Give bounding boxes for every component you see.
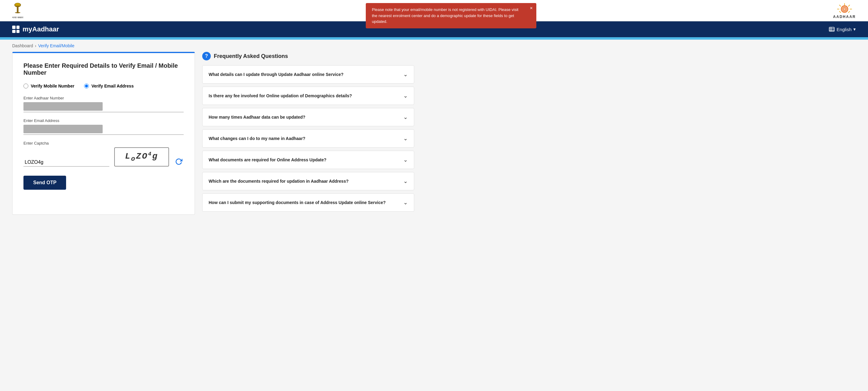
alert-close-button[interactable]: ×: [530, 5, 533, 11]
captcha-row: LoZO4g: [24, 147, 184, 167]
captcha-label: Enter Captcha: [24, 141, 184, 145]
svg-rect-2: [17, 5, 18, 12]
faq-chevron-icon: ⌄: [403, 157, 408, 163]
breadcrumb-current: Verify Email/Mobile: [38, 43, 74, 48]
language-label: English: [837, 27, 851, 32]
svg-line-11: [839, 5, 841, 6]
svg-rect-19: [829, 27, 834, 31]
email-label: Enter Email Address: [24, 118, 184, 123]
aadhaar-label: AADHAAR: [833, 15, 856, 19]
faq-item[interactable]: How many times Aadhaar data can be updat…: [202, 108, 414, 126]
faq-title: Frequently Asked Questions: [214, 53, 288, 59]
faq-item[interactable]: Which are the documents required for upd…: [202, 172, 414, 190]
radio-mobile-text: Verify Mobile Number: [31, 84, 74, 88]
faq-list: What details can I update through Update…: [202, 65, 414, 212]
faq-item[interactable]: What changes can I do to my name in Aadh…: [202, 129, 414, 148]
svg-point-18: [844, 8, 845, 9]
email-field-group: Enter Email Address: [24, 118, 184, 135]
radio-email-text: Verify Email Address: [91, 84, 134, 88]
faq-item[interactable]: How can I submit my supporting documents…: [202, 193, 414, 212]
form-card: Please Enter Required Details to Verify …: [12, 52, 195, 215]
faq-question: Is there any fee involved for Online upd…: [209, 93, 403, 99]
brand-label: myAadhaar: [23, 25, 59, 33]
aadhaar-label: Enter Aadhaar Number: [24, 96, 184, 100]
form-title: Please Enter Required Details to Verify …: [24, 62, 184, 76]
faq-chevron-icon: ⌄: [403, 92, 408, 99]
nav-brand: myAadhaar: [12, 25, 59, 33]
faq-question: Which are the documents required for upd…: [209, 178, 403, 185]
language-selector[interactable]: English ▾: [829, 26, 856, 32]
brand-icon: [12, 26, 20, 33]
aadhaar-field-group: Enter Aadhaar Number: [24, 96, 184, 112]
captcha-field-group: Enter Captcha LoZO4g: [24, 141, 184, 167]
faq-chevron-icon: ⌄: [403, 178, 408, 185]
faq-chevron-icon: ⌄: [403, 114, 408, 120]
aadhaar-logo: AADHAAR: [833, 2, 856, 19]
alert-banner: Please note that your email/mobile numbe…: [366, 3, 536, 28]
faq-section: ? Frequently Asked Questions What detail…: [202, 52, 414, 215]
main-layout: Please Enter Required Details to Verify …: [0, 52, 426, 227]
captcha-input[interactable]: [24, 158, 109, 167]
breadcrumb: Dashboard › Verify Email/Mobile: [0, 40, 868, 52]
svg-point-6: [17, 3, 19, 5]
captcha-input-wrapper: [24, 158, 109, 167]
faq-item[interactable]: What documents are required for Online A…: [202, 151, 414, 169]
faq-question: What changes can I do to my name in Aadh…: [209, 135, 403, 142]
radio-email-label[interactable]: Verify Email Address: [84, 84, 134, 88]
send-otp-button[interactable]: Send OTP: [24, 176, 66, 190]
faq-chevron-icon: ⌄: [403, 71, 408, 78]
captcha-image: LoZO4g: [114, 147, 169, 167]
aadhaar-filled: [24, 102, 103, 111]
faq-chevron-icon: ⌄: [403, 135, 408, 142]
svg-point-7: [15, 12, 21, 13]
sky-strip: [0, 37, 868, 40]
captcha-refresh-button[interactable]: [174, 157, 184, 167]
faq-item[interactable]: What details can I update through Update…: [202, 65, 414, 84]
alert-message: Please note that your email/mobile numbe…: [372, 7, 518, 24]
radio-mobile-label[interactable]: Verify Mobile Number: [24, 84, 74, 88]
svg-line-9: [848, 5, 850, 6]
faq-icon: ?: [202, 52, 211, 60]
svg-line-14: [839, 11, 841, 12]
faq-chevron-icon: ⌄: [403, 199, 408, 206]
radio-group: Verify Mobile Number Verify Email Addres…: [24, 84, 184, 88]
govt-label: भारत सरकार: [12, 16, 23, 19]
refresh-icon: [175, 158, 182, 165]
language-chevron: ▾: [854, 27, 856, 32]
radio-mobile[interactable]: [24, 84, 28, 88]
faq-question: How can I submit my supporting documents…: [209, 199, 403, 206]
faq-question: What details can I update through Update…: [209, 72, 403, 78]
govt-logo: भारत सरकार: [12, 2, 23, 19]
breadcrumb-home[interactable]: Dashboard: [12, 43, 33, 48]
faq-question: How many times Aadhaar data can be updat…: [209, 114, 403, 120]
faq-item[interactable]: Is there any fee involved for Online upd…: [202, 87, 414, 105]
top-header: भारत सरकार Please note that your email/m…: [0, 0, 868, 21]
faq-question: What documents are required for Online A…: [209, 157, 403, 163]
svg-line-13: [848, 11, 850, 12]
breadcrumb-separator: ›: [35, 43, 36, 48]
language-icon: [829, 26, 835, 32]
faq-header: ? Frequently Asked Questions: [202, 52, 414, 60]
radio-email[interactable]: [84, 84, 89, 88]
email-filled: [24, 125, 103, 133]
